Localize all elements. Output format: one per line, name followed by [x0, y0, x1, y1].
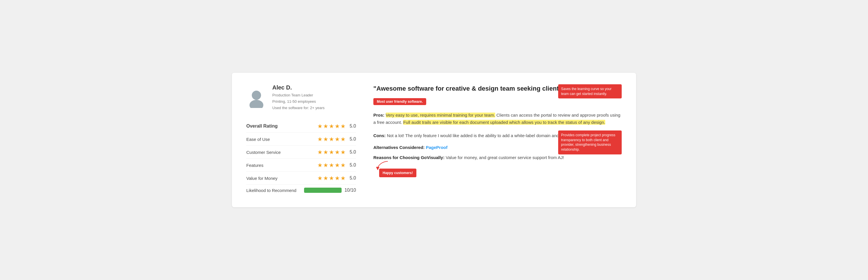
pros-label: Pros: — [373, 113, 384, 118]
likelihood-value: 10/10 — [344, 188, 356, 193]
likelihood-label: Likelihood to Recommend — [246, 188, 296, 193]
overall-value: 5.0 — [347, 124, 356, 129]
likelihood-row: Likelihood to Recommend 10/10 — [246, 185, 356, 196]
value-stars: ★ ★ ★ ★ ★ 5.0 — [317, 175, 356, 182]
reasons-text: Value for money, and great customer serv… — [446, 155, 564, 160]
svg-point-1 — [249, 100, 264, 108]
cs-value: 5.0 — [347, 150, 356, 155]
likelihood-bar-container: 10/10 — [304, 188, 356, 193]
overall-stars: ★ ★ ★ ★ ★ 5.0 — [317, 123, 356, 130]
overall-stars-icons: ★ ★ ★ ★ ★ — [317, 123, 346, 130]
review-card: Alec D. Production Team Leader Printing,… — [232, 73, 636, 207]
value-stars-icons: ★ ★ ★ ★ ★ — [317, 175, 346, 182]
callout-top-right: Saves the learning curve so your team ca… — [558, 84, 622, 99]
reasons-section: Reasons for Choosing GoVisually: Value f… — [373, 154, 622, 181]
callout-middle-right: Provides complete project progress trans… — [558, 130, 622, 154]
features-value: 5.0 — [347, 162, 356, 168]
value-value: 5.0 — [347, 176, 356, 181]
cons-label: Cons: — [373, 133, 386, 138]
likelihood-progress-bar — [304, 188, 342, 193]
ratings-section: Overall Rating ★ ★ ★ ★ ★ 5.0 Ease of Use — [246, 120, 356, 196]
value-label: Value for Money — [246, 176, 278, 181]
ease-of-use-row: Ease of Use ★ ★ ★ ★ ★ 5.0 — [246, 133, 356, 146]
star-2: ★ — [323, 123, 328, 130]
pros-body: Pros: Very easy to use, requires minimal… — [373, 112, 622, 126]
most-user-friendly-tag: Most user friendly software. — [373, 98, 426, 105]
ease-stars-icons: ★ ★ ★ ★ ★ — [317, 136, 346, 143]
star-3: ★ — [329, 123, 334, 130]
ease-stars: ★ ★ ★ ★ ★ 5.0 — [317, 136, 356, 143]
pros-highlighted-1: Very easy to use, requires minimal train… — [386, 113, 495, 118]
features-stars-icons: ★ ★ ★ ★ ★ — [317, 162, 346, 168]
pros-section: Most user friendly software. Pros: Very … — [373, 98, 622, 126]
cs-stars-icons: ★ ★ ★ ★ ★ — [317, 149, 346, 156]
right-panel: "Awesome software for creative & design … — [373, 84, 622, 196]
star-4: ★ — [335, 123, 340, 130]
reviewer-details: Alec D. Production Team Leader Printing,… — [272, 84, 324, 111]
overall-label: Overall Rating — [246, 124, 278, 129]
star-5: ★ — [340, 123, 346, 130]
features-label: Features — [246, 163, 264, 168]
value-money-row: Value for Money ★ ★ ★ ★ ★ 5.0 — [246, 172, 356, 185]
alternatives-label: Alternatives Considered: — [373, 145, 425, 150]
pros-highlighted-2: Full audit trails are visible for each d… — [403, 120, 605, 125]
overall-rating-row: Overall Rating ★ ★ ★ ★ ★ 5.0 — [246, 120, 356, 133]
ease-label: Ease of Use — [246, 137, 270, 142]
reasons-label: Reasons for Choosing GoVisually: — [373, 155, 444, 160]
alternatives-link[interactable]: PageProof — [426, 145, 447, 150]
reviewer-name: Alec D. — [272, 84, 324, 91]
star-1: ★ — [317, 123, 322, 130]
left-panel: Alec D. Production Team Leader Printing,… — [246, 84, 356, 196]
reviewer-role: Production Team Leader Printing, 11-50 e… — [272, 92, 324, 111]
features-row: Features ★ ★ ★ ★ ★ 5.0 — [246, 159, 356, 172]
cs-stars: ★ ★ ★ ★ ★ 5.0 — [317, 149, 356, 156]
ease-value: 5.0 — [347, 136, 356, 142]
arrow-to-happy — [376, 160, 391, 170]
features-stars: ★ ★ ★ ★ ★ 5.0 — [317, 162, 356, 168]
svg-point-0 — [252, 91, 261, 100]
avatar — [246, 88, 267, 108]
reviewer-info: Alec D. Production Team Leader Printing,… — [246, 84, 356, 111]
customer-service-row: Customer Service ★ ★ ★ ★ ★ 5.0 — [246, 146, 356, 159]
cs-label: Customer Service — [246, 150, 281, 155]
